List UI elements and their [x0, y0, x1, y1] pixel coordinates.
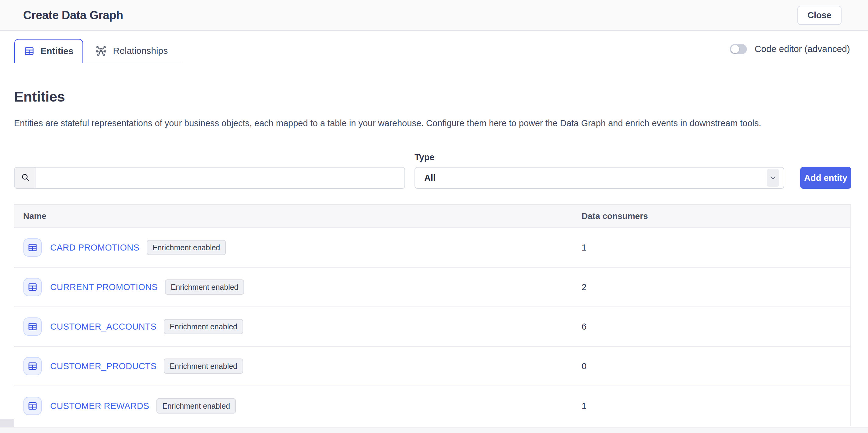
toggle-knob	[731, 45, 739, 53]
tab-entities-label: Entities	[40, 45, 73, 57]
tab-bar: Entities	[0, 31, 868, 71]
enrichment-badge: Enrichment enabled	[164, 359, 243, 374]
tab-list: Entities	[14, 39, 181, 63]
entity-name-cell: CARD PROMOTIONS Enrichment enabled	[14, 238, 582, 257]
search-icon	[21, 173, 30, 183]
horizontal-scrollbar-thumb[interactable]	[0, 419, 14, 427]
code-editor-toggle[interactable]	[730, 44, 747, 54]
entity-name-cell: CUSTOMER REWARDS Enrichment enabled	[14, 397, 582, 415]
entity-name-cell: CURRENT PROMOTIONS Enrichment enabled	[14, 278, 582, 296]
entity-table-icon	[24, 318, 42, 336]
entity-table-icon	[24, 238, 42, 257]
entities-section: Entities Entities are stateful represent…	[0, 88, 868, 426]
add-entity-button[interactable]: Add entity	[800, 167, 851, 189]
entity-table-icon	[24, 397, 42, 415]
table-row: CURRENT PROMOTIONS Enrichment enabled 2	[14, 268, 850, 307]
chevron-down-icon	[767, 169, 779, 187]
search-input[interactable]	[36, 168, 404, 188]
tab-relationships[interactable]: Relationships	[83, 39, 181, 63]
entity-name-cell: CUSTOMER_PRODUCTS Enrichment enabled	[14, 357, 582, 375]
network-person-icon	[95, 45, 107, 57]
enrichment-badge: Enrichment enabled	[164, 319, 243, 334]
table-row: CUSTOMER_ACCOUNTS Enrichment enabled 6	[14, 307, 850, 347]
entity-name-link[interactable]: CUSTOMER_PRODUCTS	[50, 361, 156, 371]
type-filter-group: Type All	[414, 153, 784, 189]
data-consumers-cell: 0	[582, 361, 850, 371]
entity-name-link[interactable]: CUSTOMER REWARDS	[50, 401, 149, 411]
entity-table-icon	[24, 357, 42, 375]
filter-row: Type All Add entity	[14, 153, 851, 189]
entity-table-icon	[24, 278, 42, 296]
code-editor-toggle-group: Code editor (advanced)	[730, 44, 850, 54]
data-consumers-cell: 2	[582, 282, 850, 292]
column-header-data-consumers: Data consumers	[582, 211, 850, 221]
tab-relationships-label: Relationships	[113, 45, 168, 56]
data-consumers-cell: 1	[582, 401, 850, 411]
table-row: CARD PROMOTIONS Enrichment enabled 1	[14, 228, 850, 268]
entity-table: Name Data consumers CARD PROMOTIONS Enri…	[14, 204, 851, 426]
type-filter-label: Type	[414, 153, 784, 162]
entity-table-body: CARD PROMOTIONS Enrichment enabled 1 CUR…	[14, 228, 850, 426]
enrichment-badge: Enrichment enabled	[147, 240, 226, 255]
search-field	[14, 167, 405, 189]
enrichment-badge: Enrichment enabled	[165, 279, 244, 295]
close-button[interactable]: Close	[797, 6, 841, 25]
enrichment-badge: Enrichment enabled	[156, 398, 236, 413]
table-row: CUSTOMER REWARDS Enrichment enabled 1	[14, 386, 850, 426]
type-select[interactable]: All	[414, 167, 784, 189]
entity-name-link[interactable]: CARD PROMOTIONS	[50, 243, 140, 253]
page-title: Create Data Graph	[23, 9, 123, 22]
tab-entities[interactable]: Entities	[14, 39, 83, 63]
bottom-page-strip	[0, 428, 868, 433]
entity-name-link[interactable]: CUSTOMER_ACCOUNTS	[50, 322, 156, 332]
table-icon	[24, 46, 34, 56]
table-header-row: Name Data consumers	[14, 204, 850, 228]
section-description: Entities are stateful representations of…	[14, 118, 851, 129]
section-title: Entities	[14, 88, 851, 105]
modal-header: Create Data Graph Close	[0, 0, 868, 31]
code-editor-toggle-label: Code editor (advanced)	[754, 44, 850, 54]
data-consumers-cell: 1	[582, 243, 850, 253]
column-header-name: Name	[14, 211, 582, 221]
entity-name-cell: CUSTOMER_ACCOUNTS Enrichment enabled	[14, 318, 582, 336]
table-row: CUSTOMER_PRODUCTS Enrichment enabled 0	[14, 347, 850, 386]
entity-name-link[interactable]: CURRENT PROMOTIONS	[50, 282, 158, 292]
search-icon-segment	[14, 168, 36, 188]
data-consumers-cell: 6	[582, 322, 850, 332]
type-select-value: All	[424, 173, 436, 183]
